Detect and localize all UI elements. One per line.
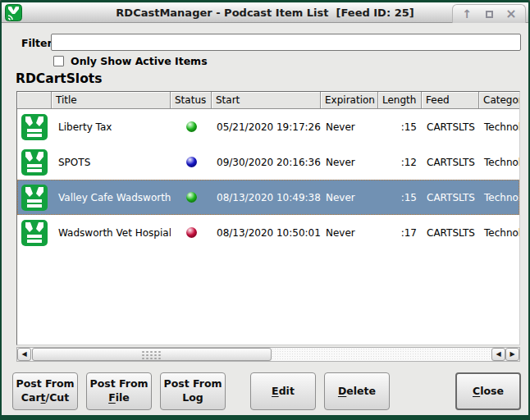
label-mnemonic: D	[338, 385, 346, 397]
table-header: Title Status Start Expiration Length Fee…	[17, 92, 519, 109]
only-active-label: Only Show Active Items	[71, 55, 208, 67]
label-part: ile	[116, 391, 130, 404]
app-logo-icon	[5, 4, 22, 21]
status-dot	[186, 227, 197, 238]
label-part: Car	[21, 391, 41, 404]
status-dot	[186, 121, 197, 132]
cell-title: Liberty Tax	[52, 121, 171, 133]
podcast-cart-icon	[21, 219, 48, 247]
cell-length: :17	[378, 227, 422, 239]
status-dot	[186, 192, 197, 203]
section-heading: RDCartSlots	[16, 71, 102, 86]
row-icon-cell	[17, 219, 52, 247]
close-button[interactable]: ×	[505, 7, 518, 21]
cell-category: Technology	[479, 121, 519, 133]
column-header-length[interactable]: Length	[378, 92, 422, 109]
podcast-item-table: Title Status Start Expiration Length Fee…	[16, 91, 520, 345]
cell-title: Valley Cafe Wadsworth	[52, 192, 171, 203]
button-label-line2: Close	[473, 385, 504, 399]
cell-start: 08/13/2020 10:50:01	[212, 227, 321, 239]
post-from-cartcut-button[interactable]: Post From Cart/Cut	[12, 372, 78, 410]
cell-length: :15	[378, 121, 422, 133]
app-window: RDCastManager - Podcast Item List [Feed …	[0, 0, 530, 420]
shade-icon: ↑	[462, 8, 472, 20]
cell-status	[171, 227, 212, 238]
cell-status	[171, 157, 212, 167]
scrollbar-track[interactable]	[272, 348, 491, 361]
cell-length: :12	[378, 157, 422, 168]
scroll-left-button[interactable]: ◀	[17, 348, 31, 361]
table-row[interactable]: Wadsworth Vet Hospial 08/13/2020 10:50:0…	[17, 215, 519, 250]
cell-expiration: Never	[321, 157, 378, 168]
label-mnemonic: E	[272, 385, 279, 397]
button-label-line1: Post From	[16, 377, 74, 391]
window-controls: ↑ ×	[452, 4, 526, 23]
cell-expiration: Never	[321, 121, 378, 133]
column-header-category[interactable]: Category	[479, 92, 519, 109]
cell-expiration: Never	[321, 192, 378, 203]
label-mnemonic: F	[108, 391, 116, 404]
label-part: /Cut	[46, 391, 70, 404]
button-label-line2: Delete	[338, 385, 376, 399]
cell-feed: CARTSLTS	[422, 157, 479, 168]
podcast-cart-icon	[21, 113, 48, 141]
window-title: RDCastManager - Podcast Item List [Feed …	[116, 7, 413, 19]
scroll-right-button[interactable]: ▶	[505, 348, 519, 361]
filter-input[interactable]	[51, 34, 521, 51]
cell-length: :15	[378, 192, 422, 203]
scroll-left-icon: ◀	[21, 351, 26, 358]
column-header-title[interactable]: Title	[52, 92, 171, 109]
cell-status	[171, 121, 212, 132]
column-header-icon[interactable]	[17, 92, 52, 109]
cell-title: SPOTS	[52, 157, 171, 168]
cell-start: 09/30/2020 20:16:36	[212, 157, 321, 168]
close-dialog-button[interactable]: Close	[455, 372, 521, 410]
cell-expiration: Never	[321, 227, 378, 239]
label-part: elete	[346, 385, 376, 397]
status-dot	[186, 157, 197, 167]
row-icon-cell	[17, 184, 52, 212]
titlebar[interactable]: RDCastManager - Podcast Item List [Feed …	[2, 2, 528, 23]
scroll-left-button-right-end[interactable]: ◀	[491, 348, 505, 361]
shade-button[interactable]: ↑	[460, 7, 473, 21]
column-header-feed[interactable]: Feed	[422, 92, 479, 109]
table-row[interactable]: Liberty Tax 05/21/2020 19:17:26 Never :1…	[17, 109, 519, 144]
cell-category: Technology	[479, 157, 519, 168]
podcast-cart-icon	[21, 148, 48, 176]
button-label-line1: Post From	[163, 377, 222, 391]
post-from-file-button[interactable]: Post From File	[86, 372, 152, 410]
cell-feed: CARTSLTS	[422, 121, 479, 133]
post-from-log-button[interactable]: Post From Log	[160, 372, 226, 410]
button-label-line1: Post From	[89, 377, 148, 391]
column-header-start[interactable]: Start	[212, 92, 321, 109]
label-mnemonic: C	[473, 385, 480, 397]
label-part: dit	[279, 385, 295, 397]
table-row[interactable]: SPOTS 09/30/2020 20:16:36 Never :12 CART…	[17, 144, 519, 180]
scroll-right-icon: ▶	[509, 351, 514, 358]
delete-button[interactable]: Delete	[324, 372, 390, 410]
close-icon: ×	[505, 7, 516, 21]
scrollbar-thumb[interactable]	[32, 348, 272, 361]
cell-start: 05/21/2020 19:17:26	[212, 121, 321, 133]
cell-status	[171, 192, 212, 203]
podcast-cart-icon	[21, 184, 48, 212]
label-part: lose	[480, 385, 504, 397]
table-row-selected[interactable]: Valley Cafe Wadsworth 08/13/2020 10:49:3…	[17, 180, 519, 215]
only-active-checkbox[interactable]	[53, 56, 64, 66]
cell-feed: CARTSLTS	[422, 227, 479, 239]
label-part: Log	[182, 391, 203, 404]
scrollbar-grip	[141, 350, 162, 359]
cell-start: 08/13/2020 10:49:38	[212, 192, 321, 203]
horizontal-scrollbar[interactable]: ◀ ◀ ▶	[16, 347, 520, 362]
maximize-icon	[486, 11, 493, 18]
cell-title: Wadsworth Vet Hospial	[52, 227, 171, 239]
cell-category: Technology	[479, 227, 519, 239]
column-header-status[interactable]: Status	[171, 92, 212, 109]
cell-feed: CARTSLTS	[422, 192, 479, 203]
maximize-button[interactable]	[482, 7, 496, 21]
edit-button[interactable]: Edit	[250, 372, 316, 410]
column-header-expiration[interactable]: Expiration	[321, 92, 378, 109]
button-label-line2: Cart/Cut	[21, 391, 69, 405]
button-label-line2: Edit	[272, 385, 295, 399]
scroll-left-icon: ◀	[496, 351, 500, 358]
